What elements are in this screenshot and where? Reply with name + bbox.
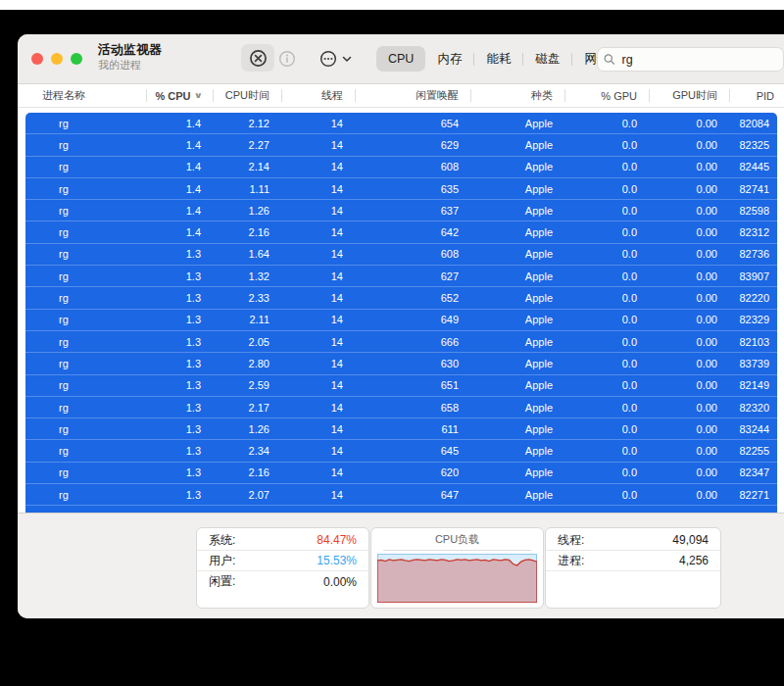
table-row[interactable]: rg1.32.1714658Apple0.00.0082320	[25, 397, 777, 418]
column-header-8[interactable]: GPU时间	[650, 84, 730, 107]
cell: rg	[25, 183, 147, 195]
x-circle-icon	[249, 49, 268, 68]
table-row[interactable]: rg1.42.2714629Apple0.00.0082325	[25, 134, 777, 156]
tab-CPU[interactable]: CPU	[376, 46, 425, 72]
cell: Apple	[471, 226, 565, 238]
table-row[interactable]: rg1.31.3214627Apple0.00.0083907	[25, 266, 777, 287]
cell: 1.4	[147, 183, 214, 195]
table-row[interactable]: rg1.32.1114649Apple0.00.0082329	[25, 310, 777, 331]
column-header-label: % CPU	[155, 90, 190, 102]
cell: Apple	[471, 358, 565, 369]
cell: 14	[282, 314, 356, 325]
cell: 1.3	[147, 466, 214, 478]
cell: 635	[356, 183, 471, 195]
cell: 0.0	[565, 402, 650, 414]
table-row[interactable]: rg1.31.6414608Apple0.00.0082736	[25, 244, 777, 266]
table-row[interactable]: rg1.32.8014630Apple0.00.0083739	[25, 353, 777, 374]
tab-磁盘[interactable]: 磁盘	[523, 46, 571, 72]
table-row[interactable]: rg1.32.1614620Apple0.00.0082347	[25, 463, 777, 484]
tab-能耗[interactable]: 能耗	[474, 46, 522, 72]
cell: 2.05	[214, 336, 282, 348]
cell: 608	[356, 161, 471, 172]
column-header-6[interactable]: 种类	[471, 84, 565, 107]
cell: rg	[25, 248, 147, 260]
window-title-group: 活动监视器 我的进程	[98, 42, 162, 73]
table-row[interactable]: rg1.32.0514666Apple0.00.0082103	[25, 331, 777, 353]
cpu-load-title: CPU负载	[371, 532, 543, 547]
column-header-2[interactable]: % CPU∨	[147, 84, 214, 107]
cell: Apple	[471, 270, 565, 282]
cell: 14	[282, 292, 356, 304]
cell: Apple	[471, 161, 565, 172]
stat-row: 进程:4,256	[546, 551, 720, 571]
cell: 0.00	[650, 118, 730, 129]
cell: rg	[25, 336, 147, 348]
column-header-label: PID	[757, 90, 774, 102]
table-row[interactable]: rg1.41.2614637Apple0.00.0082598	[25, 200, 777, 221]
search-icon	[604, 53, 615, 66]
cell: 0.0	[565, 118, 650, 129]
cell: 0.0	[565, 292, 650, 304]
cell: 14	[282, 161, 356, 172]
cell: 611	[356, 423, 471, 435]
cell: Apple	[471, 292, 565, 304]
cell: 0.0	[565, 205, 650, 217]
table-row[interactable]: rg1.32.5914651Apple0.00.0082149	[25, 375, 777, 397]
column-header-3[interactable]: CPU时间	[214, 84, 282, 107]
more-options-button[interactable]	[316, 49, 355, 69]
cell: 0.00	[650, 423, 730, 435]
cell: 14	[282, 118, 356, 129]
cell: 0.00	[650, 161, 730, 172]
table-row[interactable]: rg1.32.0714647Apple0.00.0082271	[25, 484, 777, 506]
inspect-process-button[interactable]	[276, 49, 298, 69]
cell: 0.0	[565, 183, 650, 195]
cell: 14	[282, 226, 356, 238]
column-header-9[interactable]: PID	[730, 84, 784, 107]
table-row[interactable]: rg1.42.1414608Apple0.00.0082445	[25, 157, 777, 178]
cell: 14	[282, 270, 356, 282]
close-window-icon[interactable]	[31, 53, 43, 65]
cell: Apple	[471, 379, 565, 391]
table-row[interactable]: rg1.42.1214654Apple0.00.0082084	[25, 113, 777, 134]
cell: 0.00	[650, 248, 730, 260]
table-row[interactable]: rg1.41.1114635Apple0.00.0082741	[25, 178, 777, 200]
cell: 14	[282, 466, 356, 478]
stat-value: 49,094	[672, 533, 709, 547]
zoom-window-icon[interactable]	[71, 53, 82, 65]
cell: 0.0	[565, 379, 650, 391]
column-header-4[interactable]: 线程	[282, 84, 356, 107]
table-row[interactable]: rg1.31.2614611Apple0.00.0083244	[25, 418, 777, 440]
column-header-5[interactable]: 闲置唤醒	[356, 84, 471, 107]
tab-内存[interactable]: 内存	[425, 46, 473, 72]
cell: 1.4	[147, 139, 214, 151]
cell: 2.33	[214, 292, 282, 304]
cell: 14	[282, 379, 356, 391]
cell: 630	[356, 358, 471, 369]
cell: rg	[25, 466, 147, 478]
screen-top-strip	[0, 0, 784, 10]
cell: 82255	[730, 445, 777, 457]
table-row[interactable]: rg1.32.3414645Apple0.00.0082255	[25, 440, 777, 462]
column-header-7[interactable]: % GPU	[565, 84, 650, 107]
cell: 1.3	[147, 358, 214, 369]
table-header-row: 进程名称% CPU∨CPU时间线程闲置唤醒种类% GPUGPU时间PID	[18, 84, 784, 108]
cell: Apple	[471, 423, 565, 435]
table-row[interactable]: rg1.32.3314652Apple0.00.0082220	[25, 287, 777, 309]
cell: 0.00	[650, 139, 730, 151]
cell: 82271	[730, 489, 777, 501]
cell: 82736	[730, 248, 777, 260]
search-field[interactable]	[597, 47, 784, 72]
cell: 2.12	[214, 118, 282, 129]
minimize-window-icon[interactable]	[51, 53, 63, 65]
cell: 2.80	[214, 358, 282, 369]
cell: 82741	[730, 183, 777, 195]
table-row[interactable]: rg1.42.1614642Apple0.00.0082312	[25, 221, 777, 243]
cell: 82598	[730, 205, 777, 217]
cell: rg	[25, 292, 147, 304]
stop-process-button[interactable]	[241, 44, 274, 72]
cell: Apple	[471, 248, 565, 260]
cell: 1.4	[147, 161, 214, 172]
search-input[interactable]	[620, 52, 778, 68]
cell: 654	[356, 118, 471, 129]
column-header-1[interactable]: 进程名称	[18, 84, 147, 107]
